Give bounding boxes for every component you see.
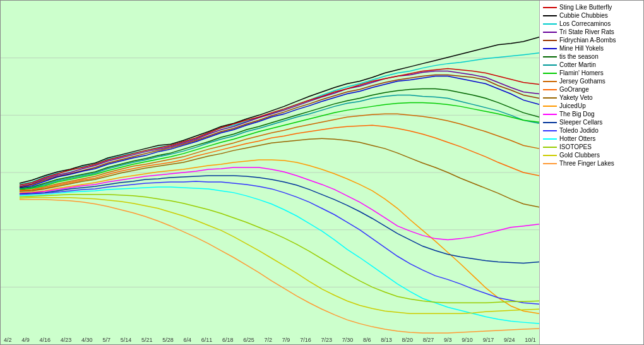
- x-label: 8/20: [402, 337, 414, 343]
- legend-item: Cotter Martin: [543, 61, 640, 68]
- x-label: 9/24: [504, 337, 515, 343]
- legend-item: tis the season: [543, 53, 640, 60]
- legend-color-line: [543, 163, 557, 164]
- x-label: 9/17: [483, 337, 494, 343]
- x-label: 7/16: [300, 337, 311, 343]
- x-label: 6/18: [222, 337, 234, 343]
- legend-color-line: [543, 97, 557, 99]
- legend-label: Yakety Veto: [559, 94, 593, 101]
- x-label: 4/9: [21, 337, 30, 343]
- x-label: 5/21: [141, 337, 153, 343]
- legend-label: Flamin' Homers: [559, 70, 604, 76]
- legend-item: Sleeper Cellars: [543, 119, 640, 126]
- x-label: 4/2: [4, 337, 12, 343]
- x-label: 6/4: [183, 337, 191, 343]
- legend-item: The Big Dog: [543, 111, 640, 118]
- legend-label: GoOrange: [559, 86, 589, 93]
- legend-item: Hotter Otters: [543, 135, 640, 142]
- legend-label: Jersey Gothams: [559, 78, 605, 85]
- legend-label: Three Finger Lakes: [559, 160, 614, 167]
- legend-label: Cubbie Chubbies: [559, 12, 608, 19]
- legend-label: Sleeper Cellars: [559, 119, 602, 126]
- legend-color-line: [543, 15, 557, 16]
- legend-item: Cubbie Chubbies: [543, 12, 640, 19]
- x-label: 8/27: [423, 337, 434, 343]
- legend-label: JuicedUp: [559, 102, 586, 109]
- x-label: 7/2: [265, 337, 273, 343]
- legend-label: tis the season: [559, 53, 599, 60]
- x-label: 4/16: [40, 337, 51, 343]
- x-label: 4/23: [61, 337, 72, 343]
- legend-label: The Big Dog: [559, 111, 595, 118]
- x-label: 7/9: [282, 337, 290, 343]
- legend-item: Three Finger Lakes: [543, 160, 640, 167]
- chart-svg: [1, 1, 539, 344]
- chart-area: 4/2 4/9 4/16 4/23 4/30 5/7 5/14 5/21 5/2…: [1, 1, 539, 344]
- legend-color-line: [543, 64, 557, 66]
- legend-item: GoOrange: [543, 86, 640, 93]
- legend-item: Sting Like Butterfly: [543, 4, 640, 11]
- legend-item: ISOTOPES: [543, 143, 640, 150]
- legend-color-line: [543, 89, 557, 90]
- x-label: 8/13: [381, 337, 392, 343]
- legend-label: Fidrychian A-Bombs: [559, 37, 616, 44]
- legend-label: Gold Clubbers: [559, 152, 600, 159]
- legend-color-line: [543, 147, 557, 148]
- legend-item: Toledo Jodido: [543, 127, 640, 134]
- x-label: 4/30: [81, 337, 93, 343]
- legend-color-line: [543, 23, 557, 25]
- legend-color-line: [543, 114, 557, 115]
- x-label: 7/23: [321, 337, 332, 343]
- x-axis-labels: 4/2 4/9 4/16 4/23 4/30 5/7 5/14 5/21 5/2…: [1, 337, 539, 343]
- legend-label: Mine Hill Yokels: [559, 45, 604, 52]
- legend-item: Yakety Veto: [543, 94, 640, 101]
- legend-color-line: [543, 48, 557, 49]
- legend-color-line: [543, 122, 557, 123]
- legend-color-line: [543, 56, 557, 58]
- legend-color-line: [543, 155, 557, 156]
- legend-color-line: [543, 7, 557, 8]
- legend-color-line: [543, 130, 557, 131]
- legend-color-line: [543, 40, 557, 41]
- x-label: 5/14: [121, 337, 132, 343]
- legend-label: Los Correcaminos: [559, 20, 611, 27]
- legend-label: Hotter Otters: [559, 135, 595, 142]
- legend-color-line: [543, 32, 557, 33]
- x-label: 9/3: [444, 337, 452, 343]
- legend-item: Fidrychian A-Bombs: [543, 37, 640, 44]
- legend-item: Gold Clubbers: [543, 152, 640, 159]
- x-label: 6/25: [243, 337, 254, 343]
- chart-container: 4/2 4/9 4/16 4/23 4/30 5/7 5/14 5/21 5/2…: [0, 0, 644, 345]
- chart-legend: Sting Like ButterflyCubbie ChubbiesLos C…: [539, 1, 643, 344]
- x-label: 8/6: [363, 337, 371, 343]
- x-label: 5/7: [102, 337, 110, 343]
- x-label: 6/11: [201, 337, 213, 343]
- legend-item: Flamin' Homers: [543, 70, 640, 76]
- legend-label: Sting Like Butterfly: [559, 4, 612, 11]
- legend-color-line: [543, 138, 557, 140]
- legend-item: Los Correcaminos: [543, 20, 640, 27]
- legend-item: JuicedUp: [543, 102, 640, 109]
- legend-item: Mine Hill Yokels: [543, 45, 640, 52]
- legend-color-line: [543, 106, 557, 107]
- legend-label: Cotter Martin: [559, 61, 596, 68]
- legend-item: Tri State River Rats: [543, 28, 640, 35]
- x-label: 10/1: [525, 337, 536, 343]
- legend-item: Jersey Gothams: [543, 78, 640, 85]
- legend-color-line: [543, 81, 557, 82]
- legend-label: Tri State River Rats: [559, 28, 614, 35]
- x-label: 7/30: [342, 337, 354, 343]
- x-label: 5/28: [162, 337, 174, 343]
- legend-label: Toledo Jodido: [559, 127, 599, 134]
- x-label: 9/10: [462, 337, 473, 343]
- legend-color-line: [543, 73, 557, 74]
- legend-label: ISOTOPES: [559, 143, 592, 150]
